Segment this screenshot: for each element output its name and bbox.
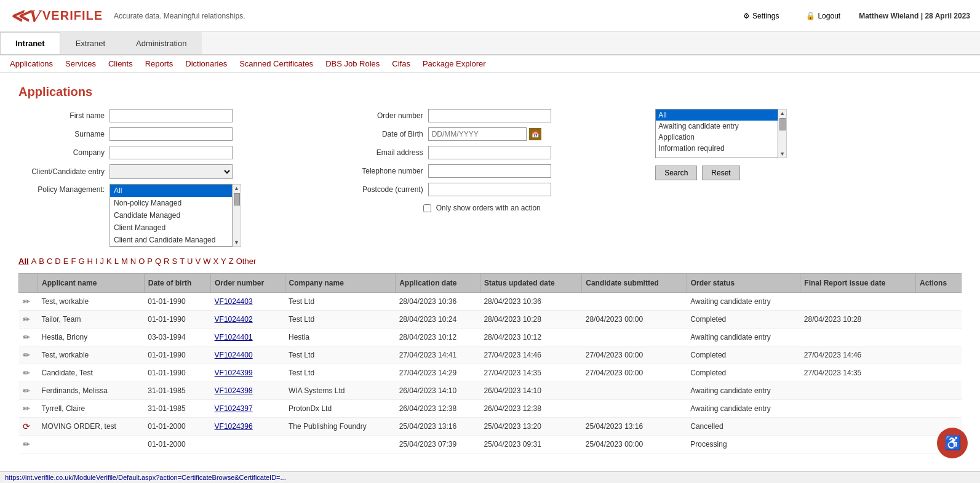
edit-icon[interactable]: ✏ bbox=[23, 404, 30, 413]
status-scrollbar-thumb[interactable] bbox=[779, 118, 786, 130]
policy-option-client[interactable]: Client Managed bbox=[110, 222, 232, 234]
postcode-input[interactable] bbox=[428, 183, 551, 196]
subnav-reports[interactable]: Reports bbox=[145, 59, 173, 68]
edit-icon[interactable]: ✏ bbox=[23, 314, 30, 324]
edit-icon[interactable]: ✏ bbox=[23, 368, 30, 378]
alpha-q[interactable]: Q bbox=[155, 257, 161, 266]
cell-order-number[interactable]: VF1024402 bbox=[211, 311, 285, 329]
order-link[interactable]: VF1024397 bbox=[215, 404, 253, 413]
alpha-t[interactable]: T bbox=[180, 257, 185, 266]
edit-icon[interactable]: ✏ bbox=[23, 350, 30, 360]
alpha-g[interactable]: G bbox=[78, 257, 84, 266]
subnav-dictionaries[interactable]: Dictionaries bbox=[185, 59, 227, 68]
alpha-l[interactable]: L bbox=[114, 257, 119, 266]
cell-order-number[interactable]: VF1024399 bbox=[211, 364, 285, 382]
edit-icon[interactable]: ✏ bbox=[23, 297, 30, 306]
reset-button[interactable]: Reset bbox=[702, 166, 739, 180]
telephone-input[interactable] bbox=[428, 164, 551, 178]
order-link[interactable]: VF1024402 bbox=[215, 315, 253, 324]
alpha-u[interactable]: U bbox=[187, 257, 193, 266]
order-link[interactable]: VF1024399 bbox=[215, 369, 253, 377]
order-link[interactable]: VF1024403 bbox=[215, 297, 253, 306]
alpha-b[interactable]: B bbox=[39, 257, 44, 266]
edit-icon[interactable]: ✏ bbox=[23, 386, 30, 396]
status-scrollbar-down[interactable]: ▼ bbox=[779, 150, 785, 158]
settings-button[interactable]: ⚙ Settings bbox=[735, 9, 787, 23]
alpha-c[interactable]: C bbox=[47, 257, 52, 266]
alpha-w[interactable]: W bbox=[203, 257, 210, 266]
subnav-cifas[interactable]: Cifas bbox=[392, 59, 410, 68]
email-input[interactable] bbox=[428, 146, 551, 159]
cell-order-number[interactable]: VF1024397 bbox=[211, 400, 285, 418]
subnav-dbs-job-roles[interactable]: DBS Job Roles bbox=[325, 59, 380, 68]
scrollbar-down-arrow[interactable]: ▼ bbox=[234, 239, 239, 246]
scrollbar-up-arrow[interactable]: ▲ bbox=[234, 185, 239, 192]
help-button[interactable]: ♿ bbox=[937, 428, 968, 458]
cell-order-number[interactable]: VF1024396 bbox=[211, 418, 285, 436]
alpha-h[interactable]: H bbox=[87, 257, 93, 266]
status-option-application[interactable]: Application bbox=[656, 132, 778, 143]
alpha-a[interactable]: A bbox=[31, 257, 37, 266]
alpha-i[interactable]: I bbox=[95, 257, 98, 266]
subnav-scanned-certificates[interactable]: Scanned Certificates bbox=[239, 59, 313, 68]
cell-order-number[interactable]: VF1024398 bbox=[211, 382, 285, 400]
dob-input[interactable] bbox=[428, 127, 527, 141]
calendar-icon[interactable]: 📅 bbox=[529, 128, 541, 140]
status-option-info-required[interactable]: Information required bbox=[656, 143, 778, 154]
first-name-input[interactable] bbox=[110, 109, 233, 122]
alpha-z[interactable]: Z bbox=[229, 257, 234, 266]
surname-input[interactable] bbox=[110, 127, 233, 141]
alpha-n[interactable]: N bbox=[130, 257, 136, 266]
order-link[interactable]: VF1024396 bbox=[215, 422, 253, 431]
cell-order-number[interactable]: VF1024403 bbox=[211, 293, 285, 311]
subnav-package-explorer[interactable]: Package Explorer bbox=[423, 59, 486, 68]
cell-order-number[interactable]: VF1024400 bbox=[211, 346, 285, 364]
order-link[interactable]: VF1024400 bbox=[215, 351, 253, 359]
alpha-x[interactable]: X bbox=[213, 257, 218, 266]
company-input[interactable] bbox=[110, 146, 233, 159]
status-option-awaiting[interactable]: Awaiting candidate entry bbox=[656, 121, 778, 132]
alpha-f[interactable]: F bbox=[71, 257, 76, 266]
subnav-applications[interactable]: Applications bbox=[10, 59, 53, 68]
client-candidate-select[interactable] bbox=[110, 164, 233, 179]
edit-icon[interactable]: ✏ bbox=[23, 332, 30, 342]
order-number-input[interactable] bbox=[428, 109, 551, 122]
subnav-services[interactable]: Services bbox=[65, 59, 96, 68]
status-select[interactable]: All Awaiting candidate entry Application… bbox=[655, 109, 778, 158]
alpha-s[interactable]: S bbox=[172, 257, 177, 266]
alpha-k[interactable]: K bbox=[106, 257, 112, 266]
alpha-p[interactable]: P bbox=[147, 257, 153, 266]
tab-intranet[interactable]: Intranet bbox=[0, 32, 60, 54]
scrollbar-thumb[interactable] bbox=[234, 193, 240, 206]
policy-listbox[interactable]: All Non-policy Managed Candidate Managed… bbox=[110, 184, 233, 247]
tab-extranet[interactable]: Extranet bbox=[60, 32, 121, 54]
alpha-other[interactable]: Other bbox=[236, 257, 257, 266]
policy-option-candidate[interactable]: Candidate Managed bbox=[110, 209, 232, 222]
alpha-y[interactable]: Y bbox=[221, 257, 226, 266]
order-link[interactable]: VF1024398 bbox=[215, 386, 253, 395]
cell-order-number[interactable]: VF1024401 bbox=[211, 329, 285, 346]
policy-scrollbar[interactable]: ▲ ▼ bbox=[233, 184, 241, 247]
alpha-all[interactable]: All bbox=[18, 257, 29, 266]
status-option-all[interactable]: All bbox=[656, 110, 778, 121]
alpha-e[interactable]: E bbox=[63, 257, 69, 266]
alpha-m[interactable]: M bbox=[121, 257, 128, 266]
special-icon[interactable]: ⟳ bbox=[23, 421, 30, 431]
logout-button[interactable]: 🔓 Logout bbox=[797, 9, 849, 23]
order-link[interactable]: VF1024401 bbox=[215, 333, 253, 341]
only-show-checkbox[interactable] bbox=[423, 204, 431, 212]
policy-option-all[interactable]: All bbox=[110, 185, 232, 197]
alpha-o[interactable]: O bbox=[138, 257, 145, 266]
status-scrollbar-up[interactable]: ▲ bbox=[779, 110, 785, 117]
alpha-v[interactable]: V bbox=[195, 257, 201, 266]
status-scrollbar[interactable]: ▲ ▼ bbox=[778, 109, 787, 158]
policy-option-client-candidate[interactable]: Client and Candidate Managed bbox=[110, 234, 232, 246]
alpha-r[interactable]: R bbox=[164, 257, 169, 266]
tab-administration[interactable]: Administration bbox=[121, 32, 202, 54]
subnav-clients[interactable]: Clients bbox=[108, 59, 133, 68]
edit-icon[interactable]: ✏ bbox=[23, 439, 30, 449]
policy-option-non-policy[interactable]: Non-policy Managed bbox=[110, 197, 232, 209]
alpha-j[interactable]: J bbox=[100, 257, 105, 266]
alpha-d[interactable]: D bbox=[55, 257, 60, 266]
search-button[interactable]: Search bbox=[655, 166, 697, 180]
